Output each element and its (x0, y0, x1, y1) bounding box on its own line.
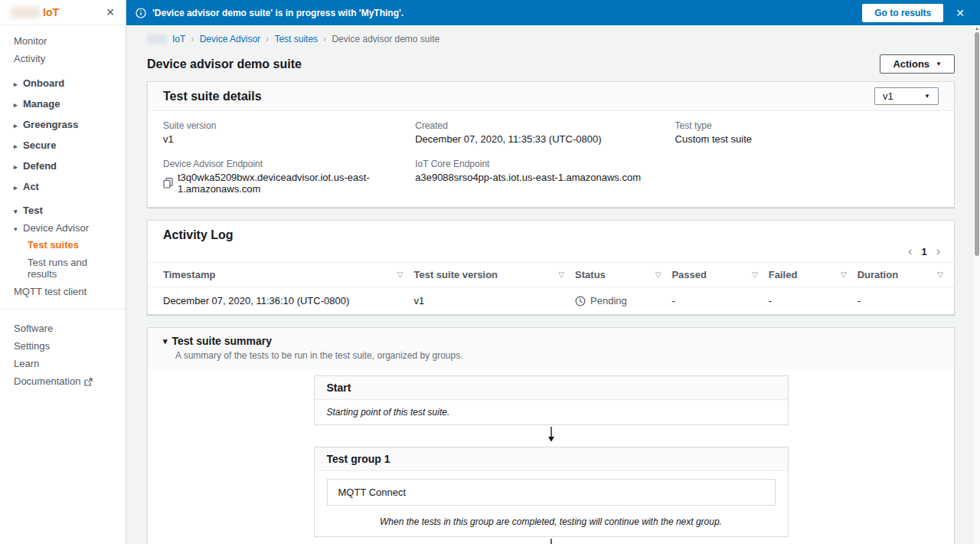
actions-button-label: Actions (893, 58, 929, 70)
field-value: December 07, 2020, 11:35:33 (UTC-0800) (415, 133, 675, 145)
field-value: a3e9088srso4pp-ats.iot.us-east-1.amazona… (415, 172, 675, 183)
filter-icon[interactable]: ▽ (937, 270, 943, 279)
table-header-row: Timestamp▽ Test suite version▽ Status▽ P… (148, 263, 954, 287)
test-suite-details-header: Test suite details v1 ▼ (148, 82, 954, 111)
pagination-prev-icon[interactable]: ‹ (908, 245, 912, 257)
sidebar: IoT ✕ Monitor Activity ▸Onboard ▸Manage … (0, 0, 126, 544)
sidebar-close-icon[interactable]: ✕ (106, 6, 115, 18)
sidebar-item-test-suites[interactable]: Test suites (0, 237, 126, 253)
sidebar-section-onboard[interactable]: ▸Onboard (0, 73, 126, 93)
field-test-type: Test type Custom test suite (675, 120, 939, 145)
sidebar-section-label: Secure (23, 139, 56, 151)
breadcrumb-link-device-advisor[interactable]: Device Advisor (200, 34, 260, 44)
pagination-next-icon[interactable]: › (936, 245, 940, 257)
sidebar-item-monitor[interactable]: Monitor (0, 33, 126, 49)
sidebar-section-act[interactable]: ▸Act (0, 176, 126, 197)
column-passed: Passed▽ (671, 263, 768, 287)
arrow-down-icon (314, 425, 789, 447)
filter-icon[interactable]: ▽ (752, 270, 758, 279)
field-value: t3q0wka5209bwx.deviceadvisor.iot.us-east… (163, 172, 415, 195)
chevron-right-icon: ▸ (14, 80, 23, 88)
breadcrumb-link-test-suites[interactable]: Test suites (274, 34, 318, 44)
cell-version: v1 (413, 287, 575, 315)
go-to-results-button[interactable]: Go to results (862, 4, 943, 22)
main-content: IoT › Device Advisor › Test suites › Dev… (126, 25, 974, 544)
panel-title: Activity Log (163, 228, 234, 241)
sidebar-section-test[interactable]: ▾Test (0, 202, 126, 219)
flow-start-description: Starting point of this test suite. (315, 400, 788, 424)
activity-log-header: Activity Log (148, 221, 954, 244)
sidebar-item-label: Documentation (14, 375, 80, 387)
breadcrumb-link-iot[interactable]: IoT (172, 34, 185, 44)
sidebar-item-software[interactable]: Software (0, 320, 126, 336)
test-case-mqtt-connect: MQTT Connect (327, 479, 776, 506)
column-label: Status (575, 269, 606, 280)
sidebar-item-test-runs-and-results[interactable]: Test runs and results (0, 254, 126, 282)
scroll-up-icon[interactable]: ▲ (974, 25, 980, 31)
field-label: Device Advisor Endpoint (163, 159, 415, 169)
status-badge: Pending (590, 295, 627, 306)
test-suite-details-body: Suite version v1 Created December 07, 20… (148, 111, 954, 207)
version-select[interactable]: v1 ▼ (874, 87, 939, 105)
iot-logo: IoT (43, 6, 59, 18)
table-row[interactable]: December 07, 2020, 11:36:10 (UTC-0800) v… (148, 287, 954, 315)
sidebar-section-device-advisor[interactable]: ▾Device Advisor (0, 219, 126, 237)
caret-down-icon: ▾ (163, 336, 168, 346)
column-duration: Duration▽ (858, 263, 954, 287)
chevron-right-icon: ▸ (14, 143, 23, 150)
sidebar-section-secure[interactable]: ▸Secure (0, 135, 126, 156)
vertical-scrollbar[interactable]: ▲ (974, 25, 980, 544)
sidebar-item-documentation[interactable]: Documentation (0, 373, 126, 391)
filter-icon[interactable]: ▽ (558, 270, 564, 279)
banner-message: 'Device advisor demo suite' is in progre… (152, 8, 403, 18)
chevron-right-icon: ▸ (14, 101, 23, 109)
page-header: Device advisor demo suite Actions ▼ (147, 54, 955, 74)
column-label: Duration (858, 269, 898, 280)
sidebar-header: IoT ✕ (0, 0, 126, 25)
flow-group-note: When the tests in this group are complet… (315, 507, 788, 536)
flow-start-box: Start Starting point of this test suite. (314, 375, 789, 425)
chevron-right-icon: ▸ (14, 122, 23, 129)
banner-close-icon[interactable]: ✕ (956, 7, 965, 19)
sidebar-section-manage[interactable]: ▸Manage (0, 93, 126, 114)
sidebar-section-greengrass[interactable]: ▸Greengrass (0, 114, 126, 135)
filter-icon[interactable]: ▽ (655, 270, 662, 279)
chevron-down-icon: ▾ (14, 208, 23, 215)
cell-failed: - (769, 287, 858, 315)
info-icon (136, 8, 146, 18)
actions-button[interactable]: Actions ▼ (880, 54, 955, 74)
sidebar-item-mqtt-test-client[interactable]: MQTT test client (0, 283, 126, 300)
sidebar-section-label: Test (23, 205, 43, 216)
caret-down-icon: ▼ (924, 93, 930, 100)
breadcrumb: IoT › Device Advisor › Test suites › Dev… (147, 33, 955, 44)
sidebar-section-defend[interactable]: ▸Defend (0, 156, 126, 176)
column-test-suite-version: Test suite version▽ (413, 263, 575, 287)
external-link-icon (84, 377, 93, 388)
field-device-advisor-endpoint: Device Advisor Endpoint t3q0wka5209bwx.d… (163, 159, 415, 195)
sidebar-section-label: Manage (23, 98, 60, 110)
scrollbar-thumb[interactable] (975, 32, 979, 256)
cell-duration: - (858, 287, 954, 315)
pagination-page-1[interactable]: 1 (921, 246, 926, 257)
filter-icon[interactable]: ▽ (397, 270, 403, 279)
field-empty (675, 159, 939, 195)
pagination: ‹ 1 › (148, 244, 954, 262)
filter-icon[interactable]: ▽ (841, 270, 847, 279)
pending-clock-icon (575, 296, 586, 306)
sidebar-item-learn[interactable]: Learn (0, 356, 126, 372)
field-suite-version: Suite version v1 (163, 120, 415, 145)
sidebar-nav: Monitor Activity ▸Onboard ▸Manage ▸Green… (0, 25, 126, 391)
chevron-right-icon: › (191, 33, 194, 44)
copy-icon[interactable] (163, 178, 173, 188)
test-suite-summary-panel: ▾ Test suite summary A summary of the te… (147, 327, 955, 544)
test-suite-summary-body: Start Starting point of this test suite.… (148, 369, 954, 544)
sidebar-item-settings[interactable]: Settings (0, 338, 126, 354)
sidebar-item-activity[interactable]: Activity (0, 51, 126, 67)
field-iot-core-endpoint: IoT Core Endpoint a3e9088srso4pp-ats.iot… (415, 159, 675, 195)
version-select-value: v1 (883, 90, 893, 102)
test-suite-summary-header[interactable]: ▾ Test suite summary A summary of the te… (148, 328, 954, 369)
column-status: Status▽ (575, 263, 671, 287)
field-label: Suite version (163, 120, 415, 131)
chevron-right-icon: ▸ (14, 163, 23, 171)
redacted-logo-blur (11, 7, 40, 18)
